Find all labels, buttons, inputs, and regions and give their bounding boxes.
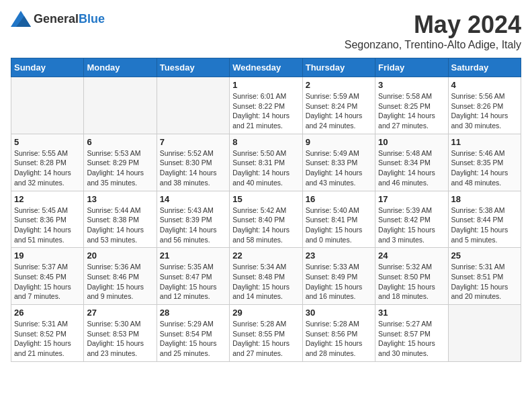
calendar-cell: 28Sunrise: 5:29 AM Sunset: 8:54 PM Dayli… (157, 305, 229, 362)
day-info: Sunrise: 5:32 AM Sunset: 8:50 PM Dayligh… (378, 262, 445, 302)
day-info: Sunrise: 6:01 AM Sunset: 8:22 PM Dayligh… (232, 91, 299, 131)
day-info: Sunrise: 5:59 AM Sunset: 8:24 PM Dayligh… (306, 91, 372, 131)
day-number: 6 (87, 137, 153, 147)
calendar-week-4: 26Sunrise: 5:31 AM Sunset: 8:52 PM Dayli… (11, 305, 521, 362)
calendar-cell (11, 77, 84, 134)
day-info: Sunrise: 5:28 AM Sunset: 8:56 PM Dayligh… (306, 319, 372, 359)
day-info: Sunrise: 5:34 AM Sunset: 8:48 PM Dayligh… (232, 262, 299, 302)
calendar-cell: 9Sunrise: 5:49 AM Sunset: 8:33 PM Daylig… (302, 134, 375, 191)
calendar-cell: 7Sunrise: 5:52 AM Sunset: 8:30 PM Daylig… (157, 134, 229, 191)
day-info: Sunrise: 5:27 AM Sunset: 8:57 PM Dayligh… (378, 319, 445, 359)
header: GeneralBlue May 2024 Segonzano, Trentino… (11, 11, 521, 51)
header-monday: Monday (84, 58, 157, 77)
day-number: 20 (87, 250, 153, 261)
calendar-cell: 3Sunrise: 5:58 AM Sunset: 8:25 PM Daylig… (375, 77, 448, 134)
day-number: 24 (378, 250, 445, 261)
header-tuesday: Tuesday (157, 58, 229, 77)
header-sunday: Sunday (11, 58, 84, 77)
header-thursday: Thursday (302, 58, 375, 77)
location-title: Segonzano, Trentino-Alto Adige, Italy (345, 39, 521, 51)
calendar-header-row: Sunday Monday Tuesday Wednesday Thursday… (11, 58, 521, 77)
day-number: 21 (160, 250, 226, 261)
logo-general: General (34, 12, 79, 26)
day-info: Sunrise: 5:55 AM Sunset: 8:28 PM Dayligh… (14, 148, 81, 188)
logo-blue: Blue (79, 12, 105, 26)
day-info: Sunrise: 5:58 AM Sunset: 8:25 PM Dayligh… (378, 91, 445, 131)
calendar-week-0: 1Sunrise: 6:01 AM Sunset: 8:22 PM Daylig… (11, 77, 521, 134)
calendar-week-3: 19Sunrise: 5:37 AM Sunset: 8:45 PM Dayli… (11, 248, 521, 305)
day-number: 26 (14, 308, 81, 318)
day-info: Sunrise: 5:53 AM Sunset: 8:29 PM Dayligh… (87, 148, 153, 188)
calendar: Sunday Monday Tuesday Wednesday Thursday… (11, 58, 521, 362)
calendar-cell: 5Sunrise: 5:55 AM Sunset: 8:28 PM Daylig… (11, 134, 84, 191)
calendar-cell: 27Sunrise: 5:30 AM Sunset: 8:53 PM Dayli… (84, 305, 157, 362)
calendar-cell: 16Sunrise: 5:40 AM Sunset: 8:41 PM Dayli… (302, 191, 375, 248)
day-number: 7 (160, 137, 226, 147)
day-info: Sunrise: 5:56 AM Sunset: 8:26 PM Dayligh… (451, 91, 518, 131)
header-saturday: Saturday (448, 58, 521, 77)
day-info: Sunrise: 5:45 AM Sunset: 8:36 PM Dayligh… (14, 205, 81, 245)
day-info: Sunrise: 5:35 AM Sunset: 8:47 PM Dayligh… (160, 262, 226, 302)
day-info: Sunrise: 5:43 AM Sunset: 8:39 PM Dayligh… (160, 205, 226, 245)
day-number: 10 (378, 137, 445, 147)
day-number: 15 (232, 194, 299, 204)
calendar-cell: 11Sunrise: 5:46 AM Sunset: 8:35 PM Dayli… (448, 134, 521, 191)
day-number: 23 (306, 250, 372, 261)
day-number: 31 (378, 308, 445, 318)
day-info: Sunrise: 5:50 AM Sunset: 8:31 PM Dayligh… (232, 148, 299, 188)
day-number: 9 (306, 137, 372, 147)
day-number: 22 (232, 250, 299, 261)
day-info: Sunrise: 5:38 AM Sunset: 8:44 PM Dayligh… (451, 205, 518, 245)
logo: GeneralBlue (11, 11, 105, 27)
day-number: 18 (451, 194, 518, 204)
day-info: Sunrise: 5:28 AM Sunset: 8:55 PM Dayligh… (232, 319, 299, 359)
day-number: 8 (232, 137, 299, 147)
calendar-cell: 24Sunrise: 5:32 AM Sunset: 8:50 PM Dayli… (375, 248, 448, 305)
calendar-cell: 31Sunrise: 5:27 AM Sunset: 8:57 PM Dayli… (375, 305, 448, 362)
day-number: 4 (451, 80, 518, 90)
day-info: Sunrise: 5:39 AM Sunset: 8:42 PM Dayligh… (378, 205, 445, 245)
calendar-cell: 29Sunrise: 5:28 AM Sunset: 8:55 PM Dayli… (230, 305, 302, 362)
month-title: May 2024 (345, 11, 521, 39)
day-number: 1 (232, 80, 299, 90)
calendar-cell: 8Sunrise: 5:50 AM Sunset: 8:31 PM Daylig… (230, 134, 302, 191)
day-number: 27 (87, 308, 153, 318)
calendar-cell (84, 77, 157, 134)
calendar-cell (157, 77, 229, 134)
day-info: Sunrise: 5:36 AM Sunset: 8:46 PM Dayligh… (87, 262, 153, 302)
calendar-cell: 26Sunrise: 5:31 AM Sunset: 8:52 PM Dayli… (11, 305, 84, 362)
day-number: 14 (160, 194, 226, 204)
calendar-cell: 6Sunrise: 5:53 AM Sunset: 8:29 PM Daylig… (84, 134, 157, 191)
day-info: Sunrise: 5:44 AM Sunset: 8:38 PM Dayligh… (87, 205, 153, 245)
calendar-cell: 14Sunrise: 5:43 AM Sunset: 8:39 PM Dayli… (157, 191, 229, 248)
day-info: Sunrise: 5:31 AM Sunset: 8:52 PM Dayligh… (14, 319, 81, 359)
day-info: Sunrise: 5:49 AM Sunset: 8:33 PM Dayligh… (306, 148, 372, 188)
header-friday: Friday (375, 58, 448, 77)
day-info: Sunrise: 5:46 AM Sunset: 8:35 PM Dayligh… (451, 148, 518, 188)
day-info: Sunrise: 5:42 AM Sunset: 8:40 PM Dayligh… (232, 205, 299, 245)
calendar-week-2: 12Sunrise: 5:45 AM Sunset: 8:36 PM Dayli… (11, 191, 521, 248)
day-info: Sunrise: 5:48 AM Sunset: 8:34 PM Dayligh… (378, 148, 445, 188)
calendar-cell: 17Sunrise: 5:39 AM Sunset: 8:42 PM Dayli… (375, 191, 448, 248)
logo-icon (11, 11, 31, 27)
day-info: Sunrise: 5:52 AM Sunset: 8:30 PM Dayligh… (160, 148, 226, 188)
day-number: 17 (378, 194, 445, 204)
day-number: 3 (378, 80, 445, 90)
day-info: Sunrise: 5:37 AM Sunset: 8:45 PM Dayligh… (14, 262, 81, 302)
day-number: 2 (306, 80, 372, 90)
day-info: Sunrise: 5:33 AM Sunset: 8:49 PM Dayligh… (306, 262, 372, 302)
calendar-cell: 12Sunrise: 5:45 AM Sunset: 8:36 PM Dayli… (11, 191, 84, 248)
day-info: Sunrise: 5:40 AM Sunset: 8:41 PM Dayligh… (306, 205, 372, 245)
header-wednesday: Wednesday (230, 58, 302, 77)
calendar-week-1: 5Sunrise: 5:55 AM Sunset: 8:28 PM Daylig… (11, 134, 521, 191)
calendar-cell (448, 305, 521, 362)
day-number: 11 (451, 137, 518, 147)
calendar-cell: 23Sunrise: 5:33 AM Sunset: 8:49 PM Dayli… (302, 248, 375, 305)
day-info: Sunrise: 5:31 AM Sunset: 8:51 PM Dayligh… (451, 262, 518, 302)
calendar-cell: 1Sunrise: 6:01 AM Sunset: 8:22 PM Daylig… (230, 77, 302, 134)
day-info: Sunrise: 5:29 AM Sunset: 8:54 PM Dayligh… (160, 319, 226, 359)
calendar-cell: 21Sunrise: 5:35 AM Sunset: 8:47 PM Dayli… (157, 248, 229, 305)
calendar-cell: 25Sunrise: 5:31 AM Sunset: 8:51 PM Dayli… (448, 248, 521, 305)
calendar-cell: 19Sunrise: 5:37 AM Sunset: 8:45 PM Dayli… (11, 248, 84, 305)
calendar-cell: 15Sunrise: 5:42 AM Sunset: 8:40 PM Dayli… (230, 191, 302, 248)
